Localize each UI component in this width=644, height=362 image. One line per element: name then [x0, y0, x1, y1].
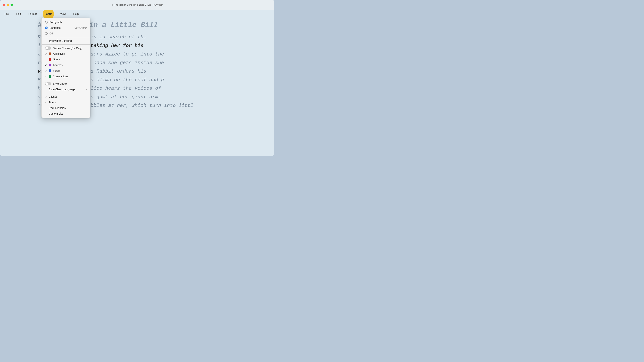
style-check-label: Style Check [53, 82, 87, 85]
verbs-color-dot [49, 69, 52, 72]
verbs-checkmark: ✓ [45, 69, 48, 72]
menu-item-adjectives[interactable]: ✓ Adjectives [42, 51, 90, 57]
sentence-label: Sentence [50, 26, 74, 29]
separator-3 [42, 80, 90, 80]
off-label: Off [50, 32, 87, 35]
menu-item-adverbs[interactable]: ✓ Adverbs [42, 62, 90, 68]
adjectives-checkmark: ✓ [45, 52, 48, 55]
fillers-checkmark: ✓ [45, 101, 48, 104]
nouns-label: Nouns [53, 58, 87, 61]
redundancies-label: Redundancies [49, 106, 87, 109]
sidebar-toggle-icon[interactable]: ⊟ [10, 3, 12, 7]
menu-bar: File Edit Format Focus View Help [0, 10, 274, 18]
menu-view[interactable]: View [58, 12, 67, 16]
menu-format[interactable]: Format [27, 12, 38, 16]
menu-item-redundancies[interactable]: ✓ Redundancies [42, 105, 90, 111]
style-check-toggle[interactable] [45, 82, 51, 85]
menu-item-off[interactable]: Off [42, 31, 90, 36]
conjunctions-color-dot [49, 75, 52, 78]
paragraph-label: Paragraph [50, 21, 87, 24]
menu-item-typewriter-scrolling[interactable]: Typewriter Scrolling [42, 38, 90, 44]
style-check-language-label: Style Check Language [49, 88, 86, 91]
menu-help[interactable]: Help [72, 12, 80, 16]
adjectives-color-dot [49, 52, 52, 55]
menu-item-verbs[interactable]: ✓ Verbs [42, 68, 90, 73]
custom-list-label: Custom List [49, 112, 87, 115]
adverbs-color-dot [49, 64, 52, 66]
syntax-control-label: Syntax Control [EN Only] [53, 47, 87, 50]
menu-item-custom-list[interactable]: ✓ Custom List [42, 111, 90, 116]
menu-item-style-check-language[interactable]: Style Check Language › [42, 86, 90, 92]
separator-4 [42, 93, 90, 93]
menu-item-conjunctions[interactable]: ✓ Conjunctions [42, 73, 90, 79]
nouns-color-dot [49, 58, 52, 61]
off-radio [45, 32, 48, 35]
window-title: 4. The Rabbit Sends in a Little Bill.txt… [112, 3, 163, 6]
menu-edit[interactable]: Edit [15, 12, 22, 16]
menu-item-sentence[interactable]: Sentence Ctrl+Shift+D [42, 25, 90, 31]
menu-file[interactable]: File [3, 12, 10, 16]
close-button[interactable] [3, 4, 5, 6]
adjectives-label: Adjectives [53, 52, 87, 55]
title-bar: ⊟ 4. The Rabbit Sends in a Little Bill.t… [0, 0, 274, 10]
separator-1 [42, 37, 90, 37]
chevron-right-icon: › [86, 88, 87, 91]
paragraph-radio [45, 21, 48, 23]
adverbs-checkmark: ✓ [45, 64, 48, 67]
menu-item-paragraph[interactable]: Paragraph [42, 19, 90, 25]
conjunctions-checkmark: ✓ [45, 75, 48, 78]
menu-item-style-check[interactable]: Style Check [42, 81, 90, 86]
adverbs-label: Adverbs [53, 64, 87, 67]
verbs-label: Verbs [53, 69, 87, 72]
conjunctions-label: Conjunctions [53, 75, 87, 78]
typewriter-scrolling-label: Typewriter Scrolling [49, 39, 87, 42]
syntax-control-toggle[interactable] [45, 46, 51, 50]
minimize-button[interactable] [7, 4, 9, 6]
focus-dropdown-menu: Paragraph Sentence Ctrl+Shift+D Off Type… [42, 18, 90, 118]
fillers-label: Fillers [49, 101, 87, 104]
menu-item-nouns[interactable]: ✓ Nouns [42, 57, 90, 62]
sentence-shortcut: Ctrl+Shift+D [74, 26, 87, 29]
menu-item-syntax-control[interactable]: Syntax Control [EN Only] [42, 45, 90, 51]
editor-area[interactable]: ## it Sends in a Little Bill Rabbit appe… [0, 10, 274, 156]
app-window: ⊟ 4. The Rabbit Sends in a Little Bill.t… [0, 0, 274, 156]
sentence-radio [45, 26, 48, 29]
menu-item-fillers[interactable]: ✓ Fillers [42, 99, 90, 105]
app-content: File Edit Format Focus View Help Paragra… [0, 10, 274, 156]
cliches-checkmark: ✓ [45, 95, 48, 98]
menu-item-cliches[interactable]: ✓ Clichés [42, 94, 90, 99]
cliches-label: Clichés [49, 95, 87, 98]
